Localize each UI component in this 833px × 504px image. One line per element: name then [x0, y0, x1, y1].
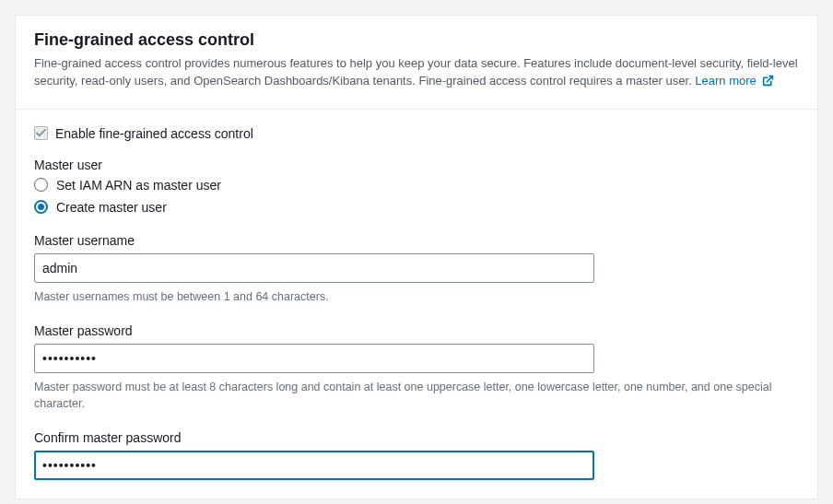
- radio-iam-arn-label: Set IAM ARN as master user: [56, 178, 221, 193]
- confirm-password-field-group: Confirm master password: [34, 430, 799, 480]
- master-user-radio-group: Set IAM ARN as master user Create master…: [34, 178, 799, 215]
- confirm-password-label: Confirm master password: [34, 430, 799, 445]
- enable-fgac-checkbox-row: Enable fine-grained access control: [34, 126, 799, 141]
- radio-iam-arn-row[interactable]: Set IAM ARN as master user: [34, 178, 799, 193]
- master-user-section-label: Master user: [34, 158, 799, 172]
- master-username-hint: Master usernames must be between 1 and 6…: [34, 288, 799, 305]
- radio-selected-dot: [38, 204, 44, 210]
- fine-grained-access-panel: Fine-grained access control Fine-grained…: [15, 15, 818, 499]
- external-link-icon: [762, 75, 774, 92]
- master-username-label: Master username: [34, 233, 799, 248]
- panel-description-text: Fine-grained access control provides num…: [34, 56, 798, 88]
- radio-create-master[interactable]: [34, 200, 48, 214]
- master-password-field-group: Master password Master password must be …: [34, 323, 799, 412]
- panel-header: Fine-grained access control Fine-grained…: [16, 16, 817, 110]
- master-username-field-group: Master username Master usernames must be…: [34, 233, 799, 305]
- enable-fgac-checkbox[interactable]: [34, 126, 48, 140]
- panel-body: Enable fine-grained access control Maste…: [16, 110, 817, 498]
- panel-title: Fine-grained access control: [34, 30, 799, 50]
- learn-more-link[interactable]: Learn more: [695, 74, 774, 88]
- master-password-hint: Master password must be at least 8 chara…: [34, 379, 799, 412]
- confirm-password-input[interactable]: [34, 451, 594, 480]
- master-password-input[interactable]: [34, 344, 594, 373]
- check-icon: [36, 129, 46, 137]
- master-password-label: Master password: [34, 323, 799, 338]
- radio-create-master-label: Create master user: [56, 200, 167, 215]
- learn-more-label: Learn more: [695, 74, 756, 88]
- enable-fgac-label: Enable fine-grained access control: [55, 126, 253, 141]
- master-username-input[interactable]: [34, 253, 594, 283]
- radio-create-master-row[interactable]: Create master user: [34, 200, 799, 215]
- panel-description: Fine-grained access control provides num…: [34, 55, 799, 92]
- radio-iam-arn[interactable]: [34, 178, 48, 192]
